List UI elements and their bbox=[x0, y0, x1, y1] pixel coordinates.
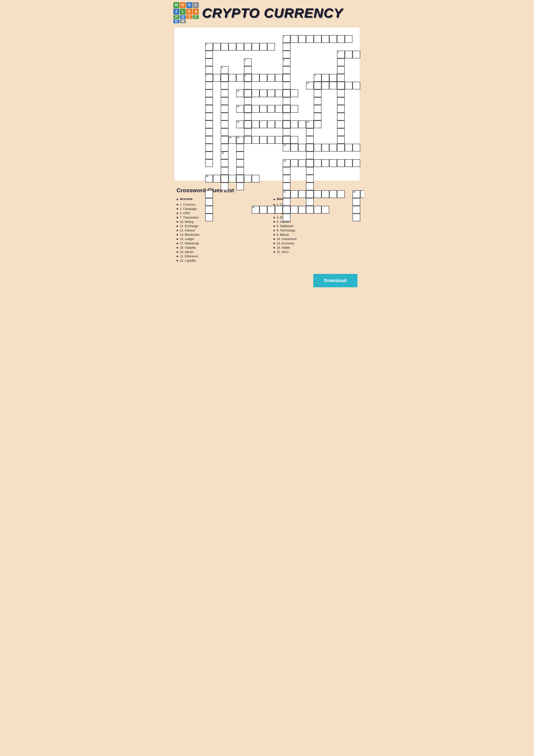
crossword-cell[interactable] bbox=[337, 35, 345, 43]
crossword-cell[interactable] bbox=[352, 206, 360, 214]
crossword-cell[interactable] bbox=[314, 190, 321, 198]
crossword-cell[interactable] bbox=[352, 144, 360, 151]
crossword-cell[interactable] bbox=[236, 74, 244, 82]
crossword-cell[interactable] bbox=[205, 51, 213, 58]
crossword-cell[interactable] bbox=[337, 190, 345, 198]
crossword-cell[interactable] bbox=[283, 105, 291, 113]
crossword-cell[interactable] bbox=[306, 198, 314, 206]
crossword-cell[interactable] bbox=[221, 43, 228, 51]
crossword-cell[interactable] bbox=[205, 198, 213, 206]
crossword-cell[interactable] bbox=[275, 74, 283, 82]
crossword-cell[interactable] bbox=[236, 151, 244, 159]
crossword-cell[interactable] bbox=[306, 182, 314, 190]
crossword-cell[interactable] bbox=[291, 35, 298, 43]
crossword-cell[interactable] bbox=[205, 97, 213, 105]
crossword-cell[interactable] bbox=[283, 51, 291, 58]
crossword-cell[interactable] bbox=[345, 159, 352, 167]
crossword-cell[interactable] bbox=[321, 82, 329, 90]
crossword-cell[interactable]: 15 bbox=[228, 136, 236, 144]
crossword-cell[interactable] bbox=[205, 136, 213, 144]
crossword-cell[interactable]: 14 bbox=[306, 121, 314, 128]
crossword-cell[interactable] bbox=[298, 144, 306, 151]
crossword-cell[interactable] bbox=[205, 128, 213, 136]
crossword-cell[interactable] bbox=[283, 206, 291, 214]
crossword-cell[interactable] bbox=[345, 82, 352, 90]
crossword-cell[interactable] bbox=[213, 175, 221, 182]
crossword-cell[interactable] bbox=[205, 144, 213, 151]
crossword-cell[interactable] bbox=[291, 105, 298, 113]
download-button[interactable]: Download bbox=[313, 274, 357, 287]
crossword-cell[interactable] bbox=[306, 175, 314, 182]
crossword-cell[interactable] bbox=[244, 136, 252, 144]
crossword-cell[interactable] bbox=[298, 190, 306, 198]
crossword-cell[interactable] bbox=[306, 35, 314, 43]
crossword-cell[interactable] bbox=[205, 190, 213, 198]
crossword-cell[interactable] bbox=[252, 105, 260, 113]
crossword-cell[interactable] bbox=[283, 82, 291, 90]
crossword-cell[interactable] bbox=[291, 121, 298, 128]
crossword-cell[interactable] bbox=[244, 66, 252, 74]
crossword-cell[interactable] bbox=[221, 136, 228, 144]
crossword-cell[interactable] bbox=[337, 144, 345, 151]
crossword-cell[interactable] bbox=[283, 113, 291, 121]
crossword-cell[interactable] bbox=[221, 128, 228, 136]
crossword-cell[interactable] bbox=[337, 90, 345, 97]
crossword-cell[interactable] bbox=[314, 113, 321, 121]
crossword-cell[interactable] bbox=[221, 144, 228, 151]
crossword-cell[interactable] bbox=[337, 121, 345, 128]
crossword-cell[interactable] bbox=[205, 90, 213, 97]
crossword-cell[interactable] bbox=[244, 90, 252, 97]
crossword-cell[interactable] bbox=[283, 43, 291, 51]
crossword-cell[interactable] bbox=[244, 82, 252, 90]
crossword-cell[interactable]: 12 bbox=[236, 105, 244, 113]
crossword-cell[interactable] bbox=[314, 206, 321, 214]
crossword-cell[interactable] bbox=[321, 144, 329, 151]
crossword-cell[interactable] bbox=[306, 144, 314, 151]
crossword-cell[interactable] bbox=[337, 58, 345, 66]
crossword-cell[interactable] bbox=[306, 206, 314, 214]
crossword-cell[interactable] bbox=[337, 113, 345, 121]
crossword-cell[interactable] bbox=[236, 182, 244, 190]
crossword-cell[interactable] bbox=[252, 175, 260, 182]
crossword-cell[interactable] bbox=[236, 175, 244, 182]
crossword-cell[interactable] bbox=[314, 105, 321, 113]
crossword-cell[interactable] bbox=[205, 113, 213, 121]
crossword-cell[interactable] bbox=[337, 66, 345, 74]
crossword-cell[interactable] bbox=[314, 90, 321, 97]
crossword-cell[interactable] bbox=[267, 105, 275, 113]
crossword-cell[interactable] bbox=[221, 90, 228, 97]
crossword-cell[interactable] bbox=[205, 82, 213, 90]
crossword-cell[interactable] bbox=[345, 144, 352, 151]
crossword-cell[interactable] bbox=[275, 105, 283, 113]
crossword-cell[interactable] bbox=[329, 74, 337, 82]
crossword-cell[interactable] bbox=[205, 214, 213, 221]
crossword-cell[interactable]: 18 bbox=[221, 151, 228, 159]
crossword-cell[interactable] bbox=[221, 97, 228, 105]
crossword-cell[interactable]: 20 bbox=[205, 175, 213, 182]
crossword-cell[interactable] bbox=[329, 190, 337, 198]
crossword-cell[interactable] bbox=[314, 159, 321, 167]
crossword-cell[interactable]: 13 bbox=[236, 121, 244, 128]
crossword-cell[interactable] bbox=[228, 43, 236, 51]
crossword-cell[interactable] bbox=[205, 121, 213, 128]
crossword-cell[interactable] bbox=[267, 206, 275, 214]
crossword-cell[interactable] bbox=[298, 121, 306, 128]
crossword-cell[interactable] bbox=[252, 43, 260, 51]
crossword-cell[interactable] bbox=[267, 43, 275, 51]
crossword-cell[interactable]: 22 bbox=[352, 190, 360, 198]
crossword-cell[interactable] bbox=[329, 159, 337, 167]
crossword-cell[interactable] bbox=[221, 113, 228, 121]
crossword-cell[interactable] bbox=[228, 175, 236, 182]
crossword-cell[interactable] bbox=[283, 214, 291, 221]
crossword-cell[interactable] bbox=[221, 159, 228, 167]
crossword-cell[interactable] bbox=[260, 43, 267, 51]
crossword-cell[interactable]: 4 bbox=[244, 58, 252, 66]
crossword-cell[interactable] bbox=[252, 74, 260, 82]
crossword-cell[interactable] bbox=[260, 206, 267, 214]
crossword-cell[interactable] bbox=[205, 58, 213, 66]
crossword-cell[interactable] bbox=[244, 97, 252, 105]
crossword-cell[interactable]: 23 bbox=[252, 206, 260, 214]
crossword-cell[interactable] bbox=[283, 136, 291, 144]
crossword-cell[interactable]: 16 bbox=[236, 136, 244, 144]
crossword-cell[interactable] bbox=[260, 74, 267, 82]
